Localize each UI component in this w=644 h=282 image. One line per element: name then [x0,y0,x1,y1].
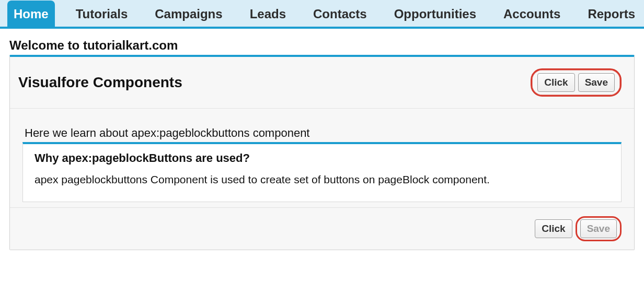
tab-bar: Home Tutorials Campaigns Leads Contacts … [0,0,644,29]
click-button-bottom[interactable]: Click [535,219,572,238]
tab-opportunities[interactable]: Opportunities [388,1,482,27]
page-body: Welcome to tutorialkart.com Visualfore C… [0,29,644,261]
pageblock-title: Visualfore Components [18,74,182,91]
click-button-top[interactable]: Click [537,73,574,92]
pageblock-header: Visualfore Components Click Save [10,57,634,109]
top-button-group-annotation: Click Save [531,68,622,97]
body-intro-text: Here we learn about apex:pageblockbutton… [25,126,622,140]
tab-reports[interactable]: Reports [581,1,641,27]
tab-leads[interactable]: Leads [244,1,292,27]
pageblock-body: Here we learn about apex:pageblockbutton… [10,109,634,207]
tab-tutorials[interactable]: Tutorials [70,1,134,27]
section-heading: Why apex:pageblockButtons are used? [34,151,610,165]
pageblock-section: Why apex:pageblockButtons are used? apex… [22,142,622,202]
section-text: apex pageblockbuttons Component is used … [34,173,610,186]
tab-campaigns[interactable]: Campaigns [148,1,228,27]
tab-home[interactable]: Home [7,1,55,27]
bottom-button-group: Click Save [535,216,622,241]
pageblock: Visualfore Components Click Save Here we… [9,55,635,250]
tab-accounts[interactable]: Accounts [497,1,567,27]
save-button-top[interactable]: Save [578,73,615,92]
tab-contacts[interactable]: Contacts [307,1,373,27]
save-button-bottom[interactable]: Save [580,219,617,238]
pageblock-footer: Click Save [10,207,634,250]
save-button-annotation: Save [576,216,622,241]
welcome-title: Welcome to tutorialkart.com [9,38,635,53]
